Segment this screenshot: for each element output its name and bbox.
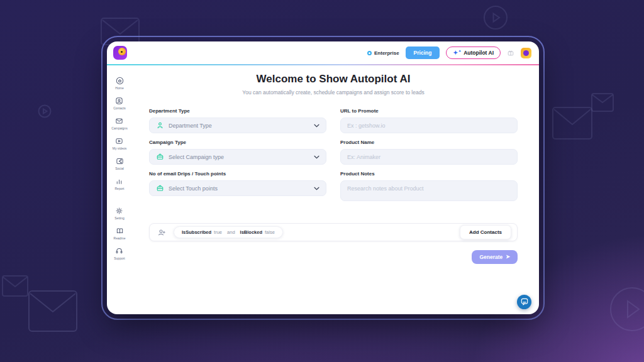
page-subtitle: You can automatically create, schedule c… bbox=[149, 89, 518, 96]
envelope-decoration bbox=[552, 107, 592, 140]
sidebar-item-campaigns[interactable]: Campaigns bbox=[111, 117, 127, 130]
settings-icon bbox=[115, 207, 123, 215]
app-window: Enterprise Pricing ✦ ✦ Autopilot AI Home… bbox=[107, 41, 539, 314]
filter-value: true bbox=[214, 229, 222, 235]
home-icon bbox=[116, 77, 124, 85]
report-icon bbox=[115, 177, 123, 185]
touch-points-label: No of email Drips / Touch points bbox=[149, 171, 326, 177]
sidebar-item-my-videos[interactable]: My videos bbox=[113, 137, 127, 150]
department-type-label: Department Type bbox=[149, 108, 326, 114]
sidebar-item-setting[interactable]: Setting bbox=[114, 207, 125, 220]
window-header: Enterprise Pricing ✦ ✦ Autopilot AI bbox=[107, 41, 539, 64]
envelope-decoration bbox=[591, 93, 614, 112]
generate-label: Generate bbox=[479, 254, 502, 260]
sidebar-item-label: Social bbox=[115, 167, 124, 170]
sidebar-item-label: Support bbox=[114, 256, 125, 260]
campaign-type-value: Select Campaign type bbox=[169, 154, 309, 160]
sparkle-small-icon: ✦ bbox=[458, 50, 461, 53]
logo-dot-icon bbox=[121, 51, 123, 53]
product-name-input[interactable] bbox=[340, 149, 518, 165]
product-name-label: Product Name bbox=[340, 140, 518, 145]
chat-button[interactable] bbox=[517, 295, 531, 309]
social-icon bbox=[116, 157, 124, 165]
envelope-decoration bbox=[2, 275, 28, 297]
sidebar-item-readme[interactable]: Readme bbox=[114, 227, 126, 240]
add-contacts-button[interactable]: Add Contacts bbox=[460, 225, 511, 239]
campaign-type-label: Campaign Type bbox=[149, 140, 326, 145]
filter-conjunction: and bbox=[227, 229, 235, 235]
product-notes-textarea[interactable] bbox=[340, 180, 518, 201]
campaigns-icon bbox=[115, 117, 123, 125]
sidebar-item-label: Campaigns bbox=[111, 126, 127, 130]
autopilot-form: Department Type Department Type Campaign… bbox=[149, 108, 518, 207]
filter-key: IsSubscribed bbox=[182, 229, 211, 235]
play-circle-decoration bbox=[483, 5, 508, 30]
filter-key: IsBlocked bbox=[240, 229, 262, 235]
show-logo[interactable] bbox=[113, 46, 127, 60]
contacts-icon bbox=[115, 97, 123, 105]
envelope-decoration bbox=[28, 290, 77, 332]
play-circle-decoration bbox=[38, 104, 52, 118]
person-icon bbox=[156, 121, 164, 129]
main-content: Welcome to Show Autopilot AI You can aut… bbox=[132, 65, 539, 314]
enterprise-badge[interactable]: Enterprise bbox=[367, 50, 399, 56]
touch-points-value: Select Touch points bbox=[169, 185, 309, 192]
url-to-promote-label: URL to Promote bbox=[340, 108, 518, 114]
campaign-type-select[interactable]: Select Campaign type bbox=[149, 149, 326, 165]
page-title: Welcome to Show Autopilot AI bbox=[149, 73, 518, 85]
contacts-filter-pill[interactable]: IsSubscribed true and IsBlocked false bbox=[174, 226, 283, 238]
autopilot-ai-button[interactable]: ✦ ✦ Autopilot AI bbox=[446, 47, 501, 59]
contacts-filter-card: IsSubscribed true and IsBlocked false Ad… bbox=[149, 223, 518, 241]
pricing-button[interactable]: Pricing bbox=[406, 47, 440, 59]
sidebar-item-support[interactable]: Support bbox=[114, 247, 125, 260]
gift-icon[interactable] bbox=[507, 49, 514, 57]
sidebar-item-label: My videos bbox=[113, 146, 127, 150]
enterprise-dot-icon bbox=[367, 51, 372, 55]
sidebar-item-contacts[interactable]: Contacts bbox=[113, 97, 126, 110]
generate-button[interactable]: Generate ➤ bbox=[472, 250, 518, 264]
briefcase-icon bbox=[156, 184, 164, 192]
enterprise-label: Enterprise bbox=[374, 50, 399, 56]
chevron-down-icon bbox=[314, 124, 319, 128]
sidebar-item-report[interactable]: Report bbox=[114, 177, 124, 190]
touch-points-select[interactable]: Select Touch points bbox=[149, 180, 326, 196]
sidebar: Home Contacts Campaigns My videos Social… bbox=[107, 65, 132, 314]
readme-icon bbox=[116, 227, 124, 235]
sidebar-item-social[interactable]: Social bbox=[115, 157, 124, 170]
url-to-promote-input[interactable] bbox=[340, 118, 518, 133]
person-plus-icon bbox=[157, 228, 166, 237]
department-type-select[interactable]: Department Type bbox=[149, 118, 326, 133]
autopilot-ai-label: Autopilot AI bbox=[464, 50, 494, 56]
user-avatar[interactable] bbox=[521, 48, 531, 58]
chat-bubble-icon bbox=[521, 298, 528, 306]
product-notes-label: Product Notes bbox=[340, 171, 518, 177]
briefcase-icon bbox=[156, 153, 164, 161]
chevron-down-icon bbox=[314, 187, 319, 190]
sidebar-item-label: Home bbox=[115, 86, 123, 90]
filter-value: false bbox=[265, 229, 275, 235]
my-videos-icon bbox=[115, 137, 123, 145]
arrow-right-icon: ➤ bbox=[506, 255, 510, 260]
sidebar-item-label: Setting bbox=[114, 216, 125, 220]
play-circle-decoration bbox=[609, 286, 644, 332]
chevron-down-icon bbox=[314, 155, 319, 159]
sidebar-item-label: Report bbox=[114, 187, 124, 190]
support-icon bbox=[115, 247, 123, 255]
department-type-value: Department Type bbox=[169, 123, 309, 129]
sidebar-item-label: Readme bbox=[114, 236, 126, 240]
sidebar-item-home[interactable]: Home bbox=[115, 77, 123, 90]
sidebar-item-label: Contacts bbox=[113, 106, 126, 110]
sparkle-icon: ✦ bbox=[453, 50, 458, 56]
